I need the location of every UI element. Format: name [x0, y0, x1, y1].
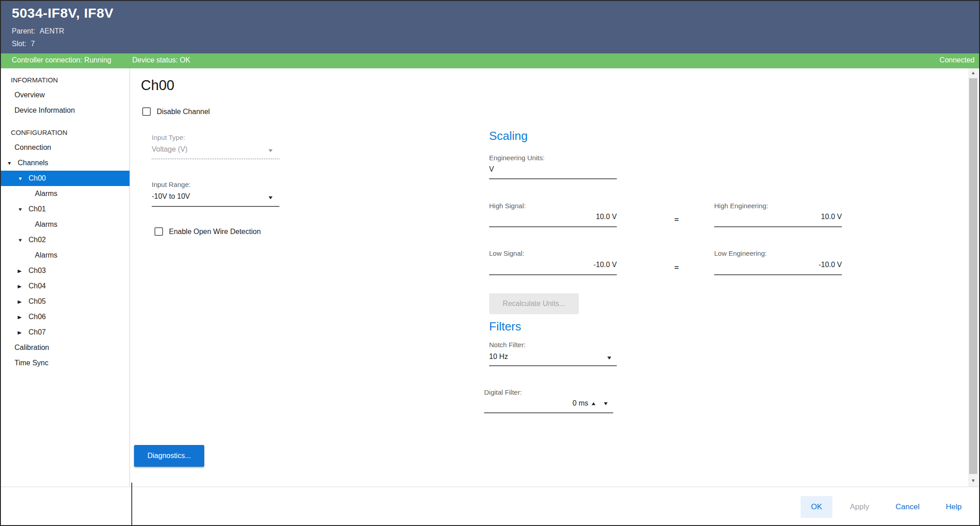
low-engineering-underline — [714, 274, 842, 275]
digital-filter-underline — [484, 412, 613, 413]
ok-button[interactable]: OK — [801, 496, 832, 518]
low-signal-value[interactable]: -10.0 V — [489, 261, 617, 269]
high-signal-label: High Signal: — [489, 202, 526, 210]
sidebar-item-label: Calibration — [14, 344, 49, 352]
sidebar-item-label: CONFIGURATION — [11, 129, 67, 136]
chevron-down-icon[interactable]: ▼ — [18, 176, 25, 181]
input-type-value: Voltage (V) — [152, 145, 187, 153]
chevron-down-icon[interactable]: ▼ — [606, 355, 613, 360]
checkbox-icon[interactable] — [142, 107, 151, 116]
scaling-heading: Scaling — [489, 129, 528, 143]
sidebar-item-ch07[interactable]: ▶Ch07 — [1, 325, 130, 340]
low-signal-label: Low Signal: — [489, 249, 524, 257]
sidebar-item-ch01[interactable]: ▼Ch01 — [1, 201, 130, 217]
high-signal-value[interactable]: 10.0 V — [489, 213, 617, 221]
sidebar-item-label: Channels — [18, 159, 48, 167]
chevron-down-icon[interactable]: ▼ — [18, 238, 25, 243]
low-engineering-label: Low Engineering: — [714, 249, 767, 257]
notch-filter-underline — [489, 365, 617, 366]
chevron-down-icon[interactable]: ▼ — [267, 195, 274, 200]
sidebar-item-ch06[interactable]: ▶Ch06 — [1, 309, 130, 325]
sidebar-item-ch03[interactable]: ▶Ch03 — [1, 263, 130, 278]
chevron-right-icon[interactable]: ▶ — [18, 330, 25, 335]
diagnostics-button[interactable]: Diagnostics... — [134, 445, 204, 467]
page-title: 5034-IF8V, IF8V — [12, 5, 114, 21]
sidebar-item-label: Overview — [14, 91, 45, 99]
spinner-down-icon[interactable]: ▼ — [603, 401, 609, 406]
sidebar-item-channels[interactable]: ▼Channels — [1, 155, 130, 171]
scroll-up-icon[interactable]: ▲ — [968, 70, 978, 75]
engineering-units-label: Engineering Units: — [489, 154, 545, 162]
sidebar-item-ch02[interactable]: ▼Ch02 — [1, 232, 130, 248]
chevron-right-icon[interactable]: ▶ — [18, 268, 25, 273]
sidebar-item-device-information[interactable]: Device Information — [1, 103, 130, 118]
device-status: Device status: OK — [132, 56, 190, 64]
engineering-units-underline — [489, 178, 617, 179]
chevron-right-icon[interactable]: ▶ — [18, 315, 25, 320]
channel-title: Ch00 — [141, 77, 174, 94]
digital-filter-label: Digital Filter: — [484, 388, 522, 396]
sidebar-item-ch05[interactable]: ▶Ch05 — [1, 294, 130, 309]
checkbox-icon[interactable] — [154, 227, 163, 236]
scroll-down-icon[interactable]: ▼ — [968, 478, 978, 483]
high-engineering-value[interactable]: 10.0 V — [714, 213, 842, 221]
sidebar-item-label: Time Sync — [14, 359, 48, 367]
input-type-label: Input Type: — [152, 134, 185, 141]
chevron-right-icon[interactable]: ▶ — [18, 284, 25, 289]
chevron-right-icon[interactable]: ▶ — [18, 299, 25, 304]
sidebar-item-time-sync[interactable]: Time Sync — [1, 355, 130, 371]
vertical-scrollbar[interactable]: ▲ ▼ — [968, 68, 978, 487]
window-header: 5034-IF8V, IF8V Parent:AENTR Slot:7 — [1, 1, 979, 53]
sidebar-nav: INFORMATIONOverviewDevice InformationCON… — [1, 68, 130, 487]
sidebar-splitter[interactable] — [131, 483, 132, 526]
notch-filter-label: Notch Filter: — [489, 341, 526, 349]
parent-value: AENTR — [40, 27, 64, 35]
sidebar-section-information: INFORMATION — [1, 72, 130, 87]
slot-label: Slot: — [12, 40, 26, 48]
dialog-footer: OK Apply Cancel Help — [1, 487, 979, 526]
sidebar-item-label: Connection — [14, 143, 51, 152]
sidebar-item-overview[interactable]: Overview — [1, 87, 130, 103]
filters-heading: Filters — [489, 320, 521, 334]
sidebar-item-label: Alarms — [35, 251, 58, 259]
low-engineering-value[interactable]: -10.0 V — [714, 261, 842, 269]
spinner-up-icon[interactable]: ▲ — [591, 401, 597, 406]
help-button[interactable]: Help — [935, 496, 973, 518]
input-type-underline — [152, 158, 279, 159]
controller-connection-status: Controller connection: Running — [12, 56, 111, 64]
chevron-down-icon[interactable]: ▼ — [7, 161, 14, 166]
high-signal-underline — [489, 226, 617, 227]
sidebar-section-configuration: CONFIGURATION — [1, 124, 130, 140]
chevron-down-icon: ▼ — [267, 148, 274, 153]
engineering-units-value[interactable]: V — [489, 165, 494, 173]
sidebar-item-label: Ch04 — [29, 282, 46, 290]
disable-channel-checkbox-row[interactable]: Disable Channel — [142, 107, 210, 116]
sidebar-item-label: Ch07 — [29, 328, 46, 336]
open-wire-checkbox-row[interactable]: Enable Open Wire Detection — [154, 227, 261, 236]
parent-info: Parent:AENTR — [12, 27, 64, 35]
sidebar-item-ch04[interactable]: ▶Ch04 — [1, 278, 130, 294]
input-range-value[interactable]: -10V to 10V — [152, 192, 190, 201]
sidebar-item-calibration[interactable]: Calibration — [1, 340, 130, 355]
open-wire-label: Enable Open Wire Detection — [169, 228, 261, 236]
notch-filter-value[interactable]: 10 Hz — [489, 353, 508, 361]
equals-sign: = — [674, 263, 679, 273]
sidebar-item-connection[interactable]: Connection — [1, 140, 130, 155]
connection-state: Connected — [940, 56, 975, 64]
input-range-underline — [152, 206, 279, 207]
sidebar-item-alarms[interactable]: Alarms — [1, 248, 130, 263]
scrollbar-thumb[interactable] — [969, 78, 977, 474]
cancel-button[interactable]: Cancel — [886, 496, 929, 518]
sidebar-item-alarms[interactable]: Alarms — [1, 217, 130, 232]
sidebar-item-label: Ch00 — [29, 174, 46, 182]
recalculate-units-button: Recalculate Units... — [489, 293, 579, 314]
digital-filter-value[interactable]: 0 ms — [484, 399, 588, 407]
chevron-down-icon[interactable]: ▼ — [18, 207, 25, 212]
sidebar-item-ch00[interactable]: ▼Ch00 — [1, 171, 130, 186]
slot-value: 7 — [31, 40, 35, 48]
sidebar-item-label: Alarms — [35, 190, 58, 198]
slot-info: Slot:7 — [12, 40, 35, 48]
high-engineering-underline — [714, 226, 842, 227]
sidebar-item-label: Ch06 — [29, 313, 46, 321]
sidebar-item-alarms[interactable]: Alarms — [1, 186, 130, 201]
